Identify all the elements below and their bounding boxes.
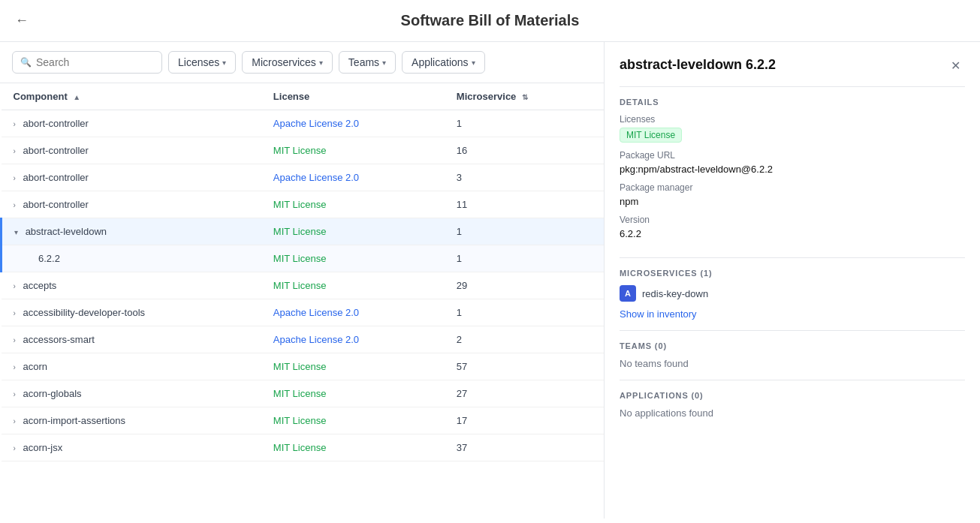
component-name: accessibility-developer-tools <box>23 307 145 318</box>
version-value: 6.2.2 <box>620 228 965 239</box>
table-row[interactable]: › acorn-globals MIT License 27 <box>2 380 605 407</box>
license-link[interactable]: Apache License 2.0 <box>273 334 359 345</box>
expand-button[interactable]: › <box>14 120 16 128</box>
microservices-section: MICROSERVICES (1) A redis-key-down Show … <box>620 257 965 330</box>
back-button[interactable]: ← <box>15 13 29 29</box>
column-header-component[interactable]: Component ▲ <box>2 83 261 110</box>
version-label: Version <box>620 215 965 225</box>
expand-button[interactable]: ▾ <box>14 228 18 236</box>
license-link[interactable]: MIT License <box>273 415 327 426</box>
expand-button[interactable]: › <box>14 336 16 344</box>
chevron-down-icon: ▾ <box>319 59 323 67</box>
license-link[interactable]: MIT License <box>273 226 327 237</box>
expand-button[interactable]: › <box>14 174 16 182</box>
licenses-filter-button[interactable]: Licenses ▾ <box>168 51 236 74</box>
license-cell: MIT License <box>261 218 445 245</box>
table-container: Component ▲ License Microservice ⇅ › abo… <box>0 83 604 461</box>
chevron-down-icon: ▾ <box>382 59 386 67</box>
license-cell: MIT License <box>261 245 445 272</box>
microservice-cell: 16 <box>445 137 604 164</box>
license-cell: MIT License <box>261 434 445 461</box>
expand-button[interactable]: › <box>14 417 16 425</box>
chevron-down-icon: ▾ <box>222 59 226 67</box>
applications-filter-button[interactable]: Applications ▾ <box>402 51 485 74</box>
column-header-license: License <box>261 83 445 110</box>
expand-button[interactable]: › <box>14 201 16 209</box>
component-cell: › accessibility-developer-tools <box>2 299 261 326</box>
license-link[interactable]: MIT License <box>273 280 327 291</box>
expand-button[interactable]: › <box>14 363 16 371</box>
license-cell: MIT License <box>261 407 445 434</box>
licenses-filter-label: Licenses <box>178 56 219 68</box>
table-row[interactable]: 6.2.2 MIT License 1 <box>2 245 605 272</box>
show-inventory-link[interactable]: Show in inventory <box>620 308 697 320</box>
table-row[interactable]: › abort-controller MIT License 11 <box>2 191 605 218</box>
license-cell: Apache License 2.0 <box>261 164 445 191</box>
license-link[interactable]: MIT License <box>273 145 327 156</box>
teams-filter-button[interactable]: Teams ▾ <box>339 51 396 74</box>
component-name: acorn <box>23 361 47 372</box>
teams-empty-message: No teams found <box>620 358 965 369</box>
license-link[interactable]: Apache License 2.0 <box>273 172 359 183</box>
component-cell: › abort-controller <box>2 191 261 218</box>
page-title: Software Bill of Materials <box>15 12 965 29</box>
package-url-value: pkg:npm/abstract-leveldown@6.2.2 <box>620 164 965 175</box>
package-manager-label: Package manager <box>620 182 965 193</box>
license-cell: MIT License <box>261 380 445 407</box>
package-url-label: Package URL <box>620 150 965 161</box>
table-row[interactable]: › accessibility-developer-tools Apache L… <box>2 299 605 326</box>
detail-header: abstract-leveldown 6.2.2 ✕ <box>620 57 965 74</box>
applications-filter-label: Applications <box>412 56 469 68</box>
table-row[interactable]: › acorn-jsx MIT License 37 <box>2 434 605 461</box>
component-name: accessors-smart <box>23 334 94 345</box>
license-cell: MIT License <box>261 137 445 164</box>
license-link[interactable]: MIT License <box>273 199 327 210</box>
component-cell: › acorn-jsx <box>2 434 261 461</box>
license-link[interactable]: MIT License <box>273 388 327 399</box>
table-row[interactable]: › acorn MIT License 57 <box>2 353 605 380</box>
licenses-field: Licenses MIT License <box>620 114 965 143</box>
applications-section: APPLICATIONS (0) No applications found <box>620 380 965 429</box>
license-link[interactable]: MIT License <box>273 361 327 372</box>
microservice-cell: 11 <box>445 191 604 218</box>
component-cell: › accessors-smart <box>2 326 261 353</box>
license-link[interactable]: Apache License 2.0 <box>273 307 359 318</box>
package-url-field: Package URL pkg:npm/abstract-leveldown@6… <box>620 150 965 175</box>
table-row[interactable]: › accessors-smart Apache License 2.0 2 <box>2 326 605 353</box>
table-row[interactable]: › abort-controller MIT License 16 <box>2 137 605 164</box>
expand-button[interactable]: › <box>14 390 16 398</box>
component-cell: 6.2.2 <box>2 245 261 272</box>
license-link[interactable]: MIT License <box>273 253 327 264</box>
microservices-filter-label: Microservices <box>252 56 316 68</box>
component-cell: › acorn <box>2 353 261 380</box>
license-cell: MIT License <box>261 353 445 380</box>
table-row[interactable]: ▾ abstract-leveldown MIT License 1 <box>2 218 605 245</box>
table-row[interactable]: › acorn-import-assertions MIT License 17 <box>2 407 605 434</box>
expand-button[interactable]: › <box>14 444 16 452</box>
microservice-name: redis-key-down <box>642 288 708 299</box>
teams-section: TEAMS (0) No teams found <box>620 330 965 380</box>
component-name: acorn-globals <box>23 388 81 399</box>
right-panel: abstract-leveldown 6.2.2 ✕ DETAILS Licen… <box>605 42 980 518</box>
search-wrapper[interactable]: 🔍 <box>12 51 162 74</box>
sort-icon: ⇅ <box>522 93 528 101</box>
search-input[interactable] <box>36 56 154 68</box>
component-cell: › acorn-globals <box>2 380 261 407</box>
license-link[interactable]: MIT License <box>273 442 327 453</box>
component-name: abort-controller <box>23 199 88 210</box>
license-cell: MIT License <box>261 191 445 218</box>
table-row[interactable]: › abort-controller Apache License 2.0 1 <box>2 110 605 137</box>
component-name: abort-controller <box>23 145 88 156</box>
microservices-filter-button[interactable]: Microservices ▾ <box>242 51 333 74</box>
close-button[interactable]: ✕ <box>946 57 965 74</box>
table-row[interactable]: › abort-controller Apache License 2.0 3 <box>2 164 605 191</box>
microservice-cell: 1 <box>445 218 604 245</box>
license-link[interactable]: Apache License 2.0 <box>273 118 359 129</box>
expand-button[interactable]: › <box>14 309 16 317</box>
microservice-cell: 2 <box>445 326 604 353</box>
expand-button[interactable]: › <box>14 282 16 290</box>
license-badge: MIT License <box>620 128 682 143</box>
expand-button[interactable]: › <box>14 147 16 155</box>
table-row[interactable]: › accepts MIT License 29 <box>2 272 605 299</box>
column-header-microservice[interactable]: Microservice ⇅ <box>445 83 604 110</box>
